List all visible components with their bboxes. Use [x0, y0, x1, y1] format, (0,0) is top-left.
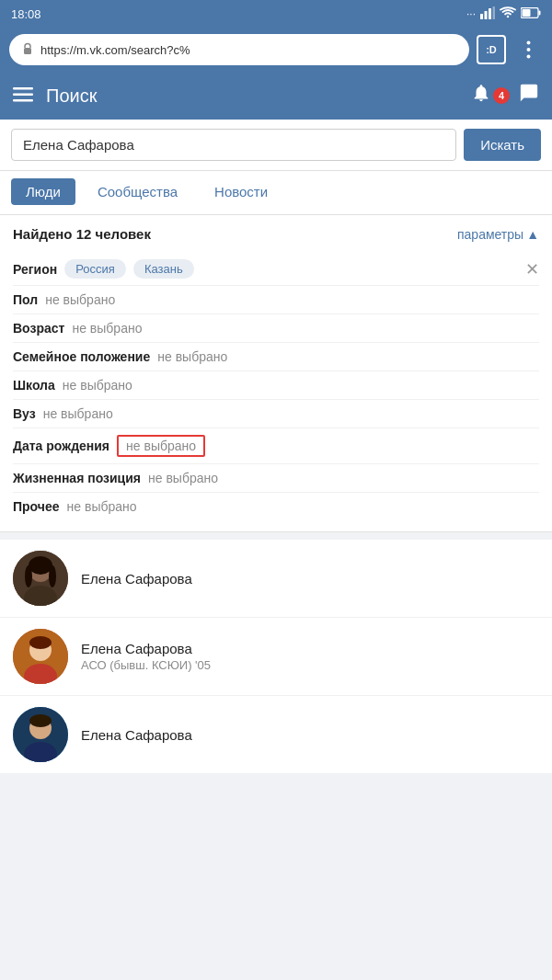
- filter-tag-russia[interactable]: Россия: [64, 259, 126, 279]
- filter-value-university[interactable]: не выбрано: [43, 406, 113, 421]
- svg-rect-3: [493, 6, 496, 19]
- filter-value-gender[interactable]: не выбрано: [45, 292, 115, 307]
- results-list: Елена Сафарова Елена Сафарова АСО (бывш.…: [0, 540, 552, 773]
- page-title: Поиск: [46, 85, 471, 107]
- messages-icon[interactable]: [519, 83, 539, 108]
- results-header: Найдено 12 человек параметры ▲: [13, 226, 539, 242]
- tab-button[interactable]: :D: [477, 35, 506, 64]
- svg-rect-7: [24, 48, 31, 54]
- svg-point-8: [526, 41, 530, 45]
- avatar: [13, 551, 68, 606]
- svg-point-9: [526, 48, 530, 51]
- list-item[interactable]: Елена Сафарова: [0, 696, 552, 773]
- filter-row-school: Школа не выбрано: [13, 371, 539, 400]
- filter-row-family: Семейное положение не выбрано: [13, 343, 539, 371]
- filter-row-other: Прочее не выбрано: [13, 493, 539, 520]
- filter-row-region: Регион Россия Казань ✕: [13, 253, 539, 286]
- list-item[interactable]: Елена Сафарова АСО (бывш. КСЮИ) '05: [0, 618, 552, 696]
- svg-rect-11: [13, 87, 33, 90]
- filter-value-school[interactable]: не выбрано: [63, 378, 132, 393]
- svg-rect-6: [539, 10, 541, 15]
- svg-rect-5: [523, 9, 531, 17]
- status-bar: 18:08 ···: [0, 0, 552, 28]
- search-input[interactable]: [11, 129, 456, 161]
- filter-value-life-position[interactable]: не выбрано: [148, 471, 218, 485]
- svg-rect-0: [480, 14, 483, 19]
- svg-rect-2: [489, 8, 491, 19]
- network-icon: [480, 6, 495, 22]
- filter-label-university: Вуз: [13, 406, 36, 421]
- bell-icon: [471, 83, 491, 108]
- filters-section: Найдено 12 человек параметры ▲ Регион Ро…: [0, 215, 552, 532]
- filter-clear-region[interactable]: ✕: [525, 261, 539, 278]
- svg-point-19: [49, 565, 56, 587]
- avatar: [13, 707, 68, 762]
- wifi-icon: [500, 6, 516, 22]
- svg-rect-13: [13, 99, 33, 102]
- filter-value-family[interactable]: не выбрано: [157, 349, 227, 364]
- result-subtitle: АСО (бывш. КСЮИ) '05: [81, 658, 539, 672]
- avatar: [13, 629, 68, 684]
- filter-row-gender: Пол не выбрано: [13, 286, 539, 314]
- tab-news[interactable]: Новости: [200, 178, 282, 205]
- svg-point-10: [526, 55, 530, 59]
- filter-label-gender: Пол: [13, 292, 38, 307]
- lock-icon: [22, 42, 33, 58]
- tab-communities[interactable]: Сообщества: [83, 178, 192, 205]
- result-info: Елена Сафарова: [81, 727, 539, 743]
- filter-row-life-position: Жизненная позиция не выбрано: [13, 464, 539, 493]
- filter-row-university: Вуз не выбрано: [13, 400, 539, 428]
- filter-label-other: Прочее: [13, 499, 60, 514]
- svg-rect-12: [13, 94, 33, 97]
- filter-row-age: Возраст не выбрано: [13, 314, 539, 343]
- result-name: Елена Сафарова: [81, 571, 539, 587]
- filter-value-other[interactable]: не выбрано: [67, 499, 137, 514]
- svg-point-17: [29, 556, 52, 575]
- app-header: Поиск 4: [0, 72, 552, 120]
- battery-icon: [521, 7, 541, 21]
- filter-value-age[interactable]: не выбрано: [72, 321, 142, 336]
- search-button[interactable]: Искать: [464, 129, 541, 161]
- filter-label-region: Регион: [13, 262, 57, 277]
- status-time: 18:08: [11, 7, 41, 21]
- result-name: Елена Сафарова: [81, 727, 539, 743]
- filter-tag-kazan[interactable]: Казань: [133, 259, 194, 279]
- chevron-up-icon: ▲: [526, 227, 539, 242]
- params-link[interactable]: параметры ▲: [457, 227, 539, 242]
- notifications-button[interactable]: 4: [471, 83, 510, 108]
- svg-point-27: [29, 714, 52, 727]
- search-row: Искать: [0, 120, 552, 171]
- browser-bar: https://m.vk.com/search?c% :D: [0, 28, 552, 72]
- svg-point-18: [25, 565, 32, 587]
- filter-value-birthday[interactable]: не выбрано: [117, 435, 205, 457]
- result-info: Елена Сафарова АСО (бывш. КСЮИ) '05: [81, 641, 539, 672]
- result-info: Елена Сафарова: [81, 571, 539, 587]
- more-menu-button[interactable]: [513, 35, 543, 64]
- list-item[interactable]: Елена Сафарова: [0, 540, 552, 618]
- menu-icon[interactable]: [13, 84, 33, 108]
- filter-row-birthday: Дата рождения не выбрано: [13, 428, 539, 464]
- notification-count: 4: [493, 87, 510, 104]
- filter-label-age: Возраст: [13, 321, 64, 336]
- filter-label-family: Семейное положение: [13, 349, 150, 364]
- header-icons: 4: [471, 83, 539, 108]
- params-label: параметры: [457, 227, 523, 242]
- result-name: Елена Сафарова: [81, 641, 539, 656]
- filter-label-school: Школа: [13, 378, 55, 393]
- url-bar[interactable]: https://m.vk.com/search?c%: [9, 34, 469, 65]
- svg-rect-1: [485, 11, 488, 19]
- svg-point-23: [29, 636, 52, 649]
- status-icons: ···: [466, 6, 541, 22]
- tabs-row: Люди Сообщества Новости: [0, 171, 552, 215]
- filter-label-birthday: Дата рождения: [13, 439, 109, 453]
- results-count: Найдено 12 человек: [13, 226, 151, 242]
- signal-icon: ···: [466, 7, 476, 20]
- tab-people[interactable]: Люди: [11, 178, 75, 205]
- url-text: https://m.vk.com/search?c%: [40, 43, 456, 57]
- filter-label-life-position: Жизненная позиция: [13, 471, 141, 485]
